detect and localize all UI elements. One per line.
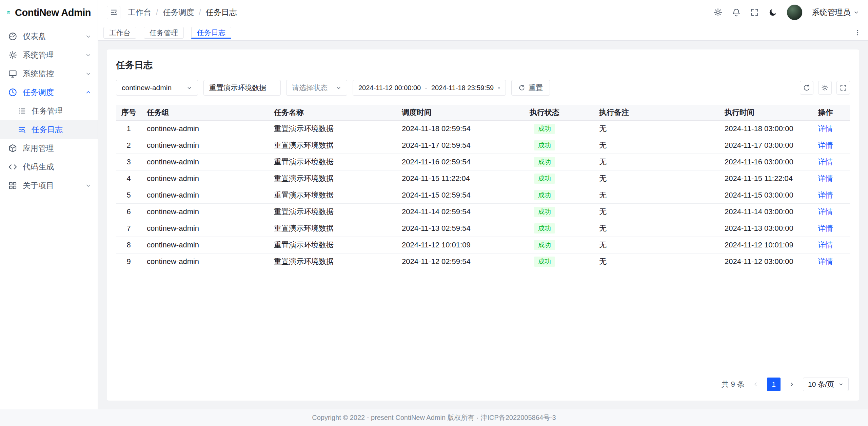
refresh-table-button[interactable] xyxy=(800,81,813,95)
cell-note: 无 xyxy=(594,207,719,217)
status-select-placeholder: 请选择状态 xyxy=(292,83,328,93)
settings-icon[interactable] xyxy=(713,8,723,17)
cell-group: continew-admin xyxy=(141,191,269,200)
app-root: ContiNew Admin 仪表盘 系统管理 系统监控 xyxy=(0,0,868,426)
bell-icon[interactable] xyxy=(732,8,741,17)
cell-action: 详情 xyxy=(801,174,850,184)
breadcrumb: 工作台 / 任务调度 / 任务日志 xyxy=(128,7,237,18)
column-settings-button[interactable] xyxy=(818,81,832,95)
cell-no: 7 xyxy=(116,224,141,233)
fullscreen-icon[interactable] xyxy=(750,8,759,17)
detail-link[interactable]: 详情 xyxy=(818,224,833,232)
sidebar-subitem-task-management[interactable]: 任务管理 xyxy=(0,102,98,120)
sidebar-subitem-task-log[interactable]: 任务日志 xyxy=(0,120,98,139)
cell-schedule_time: 2024-11-12 02:59:54 xyxy=(396,257,495,266)
cell-group: continew-admin xyxy=(141,224,269,233)
cell-name: 重置演示环境数据 xyxy=(269,190,396,200)
cell-note: 无 xyxy=(594,257,719,267)
topbar: 工作台 / 任务调度 / 任务日志 系统管理员 xyxy=(98,0,868,25)
sidebar-item-system-management[interactable]: 系统管理 xyxy=(0,46,98,64)
cell-no: 5 xyxy=(116,191,141,200)
breadcrumb-item[interactable]: 任务调度 xyxy=(163,7,194,18)
column-header: 任务名称 xyxy=(269,107,396,118)
task-group-select[interactable]: continew-admin xyxy=(116,80,198,96)
tab-task-log[interactable]: 任务日志 xyxy=(191,27,231,39)
tab-workbench[interactable]: 工作台 xyxy=(103,27,136,39)
sidebar-item-task-scheduling[interactable]: 任务调度 xyxy=(0,83,98,102)
cell-status: 成功 xyxy=(495,240,594,250)
moon-icon[interactable] xyxy=(768,8,777,17)
chevron-down-icon xyxy=(853,9,859,15)
reset-button[interactable]: 重置 xyxy=(511,80,550,96)
detail-link[interactable]: 详情 xyxy=(818,207,833,216)
sidebar-item-code-generation[interactable]: 代码生成 xyxy=(0,158,98,176)
tab-more-button[interactable] xyxy=(852,28,863,38)
cell-schedule_time: 2024-11-18 02:59:54 xyxy=(396,124,495,133)
fullscreen-table-button[interactable] xyxy=(836,81,850,95)
sidebar-item-label: 应用管理 xyxy=(23,143,92,154)
cell-exec_time: 2024-11-17 03:00:00 xyxy=(719,141,801,150)
cell-no: 8 xyxy=(116,241,141,249)
detail-link[interactable]: 详情 xyxy=(818,241,833,249)
reset-button-label: 重置 xyxy=(529,83,543,93)
cell-schedule_time: 2024-11-17 02:59:54 xyxy=(396,141,495,150)
status-badge: 成功 xyxy=(534,240,555,250)
cell-exec_time: 2024-11-12 03:00:00 xyxy=(719,257,801,266)
tab-task-management[interactable]: 任务管理 xyxy=(144,27,184,39)
sidebar-item-about-project[interactable]: 关于项目 xyxy=(0,176,98,195)
cell-action: 详情 xyxy=(801,223,850,234)
cell-name: 重置演示环境数据 xyxy=(269,257,396,267)
cell-name: 重置演示环境数据 xyxy=(269,207,396,217)
cell-status: 成功 xyxy=(495,190,594,200)
date-range-picker[interactable]: 2024-11-12 00:00:00 - 2024-11-18 23:59:5… xyxy=(353,80,506,96)
cell-status: 成功 xyxy=(495,157,594,167)
main-row: ContiNew Admin 仪表盘 系统管理 系统监控 xyxy=(0,0,868,409)
sidebar-item-system-monitor[interactable]: 系统监控 xyxy=(0,64,98,83)
detail-link[interactable]: 详情 xyxy=(818,191,833,199)
cell-schedule_time: 2024-11-12 10:01:09 xyxy=(396,241,495,249)
pagination-next-button[interactable] xyxy=(785,378,798,391)
card-spacer xyxy=(116,270,850,372)
breadcrumb-item-current: 任务日志 xyxy=(206,7,237,18)
table-row: 4continew-admin重置演示环境数据2024-11-15 11:22:… xyxy=(116,170,850,187)
pagination-prev-button[interactable] xyxy=(749,378,763,391)
breadcrumb-separator: / xyxy=(199,8,201,17)
detail-link[interactable]: 详情 xyxy=(818,124,833,133)
detail-link[interactable]: 详情 xyxy=(818,257,833,266)
cell-note: 无 xyxy=(594,140,719,150)
detail-link[interactable]: 详情 xyxy=(818,141,833,149)
cell-status: 成功 xyxy=(495,223,594,234)
avatar[interactable] xyxy=(787,4,803,20)
user-menu[interactable]: 系统管理员 xyxy=(812,7,859,18)
detail-link[interactable]: 详情 xyxy=(818,174,833,183)
sidebar-collapse-button[interactable] xyxy=(107,6,120,19)
list-check-icon xyxy=(18,107,26,115)
gear-icon xyxy=(8,50,17,60)
chevron-down-icon xyxy=(85,70,92,77)
detail-link[interactable]: 详情 xyxy=(818,158,833,166)
cell-schedule_time: 2024-11-15 11:22:04 xyxy=(396,174,495,183)
logo-icon xyxy=(7,6,11,19)
chevron-down-icon xyxy=(186,85,192,91)
sidebar-item-label: 关于项目 xyxy=(23,180,80,191)
page-size-select[interactable]: 10 条/页 xyxy=(803,378,849,391)
code-icon xyxy=(8,162,17,171)
pagination-page-1[interactable]: 1 xyxy=(767,378,781,391)
cell-exec_time: 2024-11-16 03:00:00 xyxy=(719,158,801,166)
footer: Copyright © 2022 - present ContiNew Admi… xyxy=(0,409,868,426)
cell-group: continew-admin xyxy=(141,141,269,150)
logo[interactable]: ContiNew Admin xyxy=(0,0,98,25)
breadcrumb-item[interactable]: 工作台 xyxy=(128,7,151,18)
status-select[interactable]: 请选择状态 xyxy=(286,80,347,96)
cell-status: 成功 xyxy=(495,174,594,184)
column-header: 执行备注 xyxy=(594,107,719,118)
sidebar-item-dashboard[interactable]: 仪表盘 xyxy=(0,27,98,46)
right-column: 工作台 / 任务调度 / 任务日志 系统管理员 xyxy=(98,0,868,409)
cell-no: 6 xyxy=(116,207,141,216)
content: 任务日志 continew-admin 重置演示环境数据 请选择状态 xyxy=(98,41,868,409)
table-row: 2continew-admin重置演示环境数据2024-11-17 02:59:… xyxy=(116,137,850,154)
refresh-icon xyxy=(518,84,525,91)
task-name-input[interactable]: 重置演示环境数据 xyxy=(203,80,281,96)
sidebar-item-app-management[interactable]: 应用管理 xyxy=(0,139,98,158)
gear-icon xyxy=(821,84,829,92)
